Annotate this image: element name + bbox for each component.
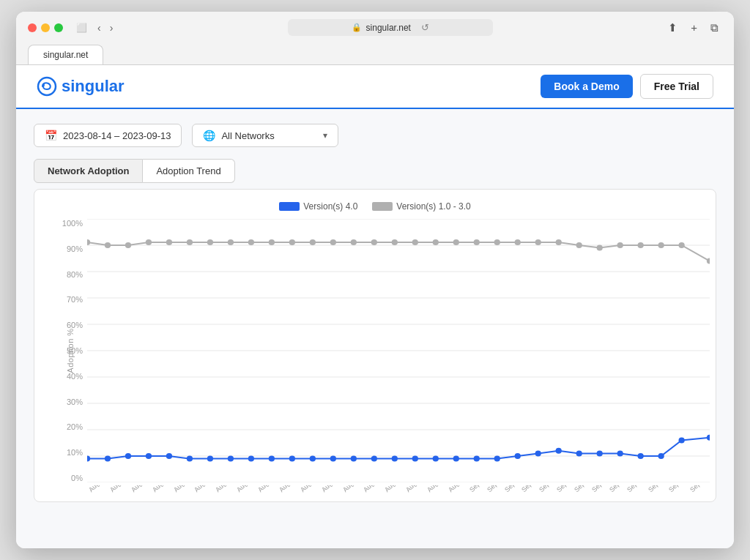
y-tick-100: 100% (62, 219, 83, 228)
blue-dot (248, 456, 254, 462)
x-label: Aug 16 (130, 485, 149, 493)
blue-dot (330, 456, 336, 462)
x-label: Aug 15 (108, 485, 128, 493)
book-demo-button[interactable]: Book a Demo (541, 75, 632, 98)
legend-blue-label: Version(s) 4.0 (303, 201, 357, 212)
x-label: Sep 2 (486, 485, 503, 493)
y-tick-30: 30% (67, 397, 83, 406)
x-label: Aug 22 (256, 485, 276, 493)
new-tab-btn[interactable]: + (687, 20, 701, 36)
y-tick-0: 0% (71, 474, 83, 482)
x-label: Aug 30 (426, 485, 445, 493)
x-label: Sep 3 (503, 485, 521, 493)
filters-row: 📅 2023-08-14 – 2023-09-13 🌐 All Networks… (34, 124, 716, 147)
forward-btn[interactable]: › (107, 20, 116, 35)
blue-dot (556, 448, 562, 454)
blue-dot (87, 456, 90, 462)
blue-dot (679, 437, 685, 443)
x-label: Aug 23 (278, 485, 297, 493)
blue-dot (515, 453, 521, 459)
address-bar[interactable]: 🔒 singular.net ↺ (288, 19, 493, 36)
x-label: Aug 29 (404, 485, 424, 493)
x-label: Aug 21 (235, 485, 255, 493)
blue-dot (310, 456, 316, 462)
free-trial-button[interactable]: Free Trial (640, 74, 713, 99)
x-label: Aug 31 (447, 485, 467, 493)
app-content: 📅 2023-08-14 – 2023-09-13 🌐 All Networks… (16, 109, 734, 548)
gray-dot (166, 239, 172, 245)
gray-dot (535, 239, 541, 245)
app-navbar: singular Book a Demo Free Trial (16, 65, 734, 109)
blue-dot (125, 453, 131, 459)
gray-dot (269, 239, 275, 245)
blue-dot (105, 456, 111, 462)
chart-svg (87, 219, 710, 482)
browser-actions: ⬆ + ⧉ (664, 20, 722, 36)
x-label: Sep 11 (647, 485, 667, 493)
logo-icon (37, 76, 57, 97)
tabs-btn[interactable]: ⧉ (707, 20, 722, 36)
gray-dot (412, 239, 418, 245)
calendar-icon: 📅 (45, 130, 57, 141)
browser-tab[interactable]: singular.net (28, 45, 103, 64)
gray-dot (371, 239, 377, 245)
x-label: Aug 28 (383, 485, 403, 493)
x-label: Sep 12 (667, 485, 687, 493)
tl-red[interactable] (28, 23, 37, 32)
x-label: Aug 27 (362, 485, 382, 493)
blue-dot (535, 450, 541, 456)
x-label: Sep 4 (520, 485, 538, 493)
legend-swatch-blue (279, 202, 300, 211)
back-btn[interactable]: ‹ (94, 20, 104, 35)
chart-tabs: Network Adoption Adoption Trend (34, 159, 716, 183)
gray-dot (289, 239, 295, 245)
logo-text: singular (62, 77, 125, 96)
blue-dot (146, 453, 152, 459)
x-label: Aug 25 (320, 485, 340, 493)
gray-dot (146, 239, 152, 245)
blue-dot (494, 456, 500, 462)
y-tick-80: 80% (67, 270, 83, 279)
tab-adoption-trend[interactable]: Adoption Trend (143, 159, 234, 183)
gray-dot (125, 242, 131, 248)
network-filter[interactable]: 🌐 All Networks ▾ (192, 124, 338, 147)
traffic-lights (28, 23, 63, 32)
blue-dot (617, 450, 623, 456)
blue-dot (474, 456, 480, 462)
share-btn[interactable]: ⬆ (664, 20, 681, 36)
blue-dot (166, 453, 172, 459)
blue-dot (187, 456, 193, 462)
x-label: Sep 8 (590, 485, 608, 493)
chart-legend: Version(s) 4.0 Version(s) 1.0 - 3.0 (40, 201, 710, 212)
gray-dot (617, 242, 623, 248)
legend-swatch-gray (372, 202, 393, 211)
chart-svg-container: Aug 14 Aug 15 Aug 16 Aug 17 Aug 18 Aug 1… (87, 219, 710, 496)
legend-gray-label: Version(s) 1.0 - 3.0 (396, 201, 470, 212)
globe-icon: 🌐 (203, 130, 215, 141)
x-label: Sep 7 (573, 485, 590, 493)
tab-network-adoption-label: Network Adoption (48, 165, 129, 176)
tab-network-adoption[interactable]: Network Adoption (34, 159, 143, 183)
blue-dot (576, 450, 582, 456)
network-label: All Networks (221, 130, 274, 141)
gray-dot (597, 245, 603, 251)
tl-yellow[interactable] (41, 23, 50, 32)
blue-dot (228, 456, 234, 462)
logo: singular (37, 76, 125, 97)
legend-item-blue: Version(s) 4.0 (279, 201, 357, 212)
date-filter[interactable]: 📅 2023-08-14 – 2023-09-13 (34, 124, 182, 147)
gray-dot (679, 242, 685, 248)
blue-dot (433, 456, 439, 462)
x-label: Aug 17 (151, 485, 171, 493)
tl-green[interactable] (54, 23, 63, 32)
y-tick-20: 20% (67, 422, 83, 431)
gray-dot (310, 239, 316, 245)
sidebar-toggle-btn[interactable]: ⬜ (72, 21, 92, 34)
x-label: Sep 6 (555, 485, 573, 493)
x-label: Aug 26 (341, 485, 361, 493)
y-axis-label: Adoption % (66, 328, 75, 373)
blue-dot (269, 456, 275, 462)
reload-icon[interactable]: ↺ (421, 22, 429, 33)
x-label: Aug 14 (87, 485, 107, 493)
gray-dot (330, 239, 336, 245)
